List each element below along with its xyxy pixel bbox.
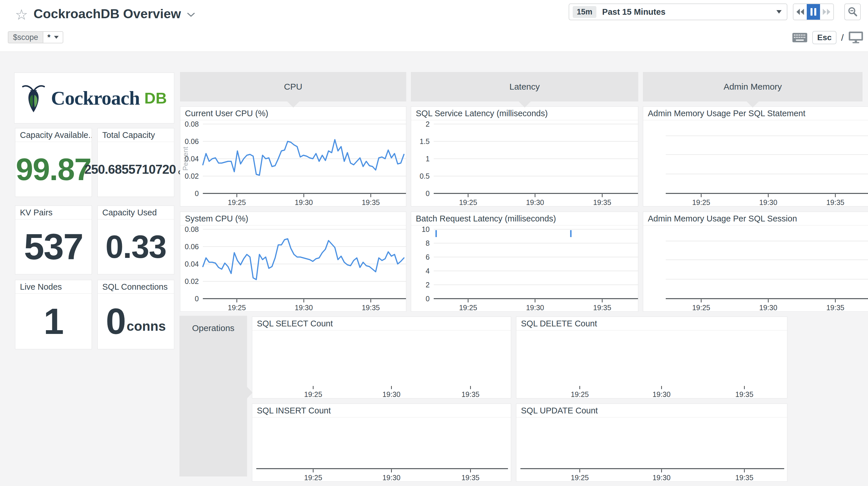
- chart-card-admin-memory-session: Admin Memory Usage Per SQL Session 19:25…: [643, 211, 868, 312]
- chart-title: SQL Service Latency (milliseconds): [411, 107, 638, 120]
- dropdown-caret-icon: [776, 10, 782, 13]
- group-label: Latency: [509, 82, 540, 92]
- svg-text:19:35: 19:35: [735, 390, 753, 398]
- svg-text:0.08: 0.08: [185, 120, 199, 128]
- scope-variable-chip[interactable]: $scope *: [8, 31, 63, 44]
- esc-key-badge: Esc: [812, 31, 837, 44]
- group-label: Operations: [192, 323, 235, 333]
- keyboard-icon: [792, 32, 808, 43]
- svg-text:19:35: 19:35: [593, 198, 612, 206]
- stat-title: SQL Connections: [98, 280, 174, 294]
- svg-text:0: 0: [195, 295, 199, 303]
- time-shift-controls: [793, 3, 834, 20]
- group-header-admin-memory[interactable]: Admin Memory: [643, 72, 863, 102]
- stat-card-capacity-used: Capacity Used 0.33: [97, 205, 174, 275]
- svg-text:1: 1: [426, 155, 430, 163]
- stat-card-total-capacity: Total Capacity 250.6855710720GB: [97, 128, 174, 197]
- chart-plot[interactable]: 024681019:2519:3019:35: [411, 225, 638, 311]
- svg-text:19:25: 19:25: [459, 304, 477, 311]
- svg-text:0.02: 0.02: [185, 277, 199, 285]
- svg-text:19:30: 19:30: [760, 198, 778, 206]
- svg-text:Percent: Percent: [182, 147, 189, 171]
- rewind-button[interactable]: [794, 4, 807, 20]
- stat-card-live-nodes: Live Nodes 1: [15, 280, 92, 349]
- svg-text:19:25: 19:25: [304, 474, 322, 481]
- time-range-selector[interactable]: 15m Past 15 Minutes: [569, 3, 787, 20]
- rewind-icon: [795, 7, 805, 16]
- logo-db-text: DB: [145, 89, 167, 107]
- stat-value: 99.87: [16, 151, 91, 187]
- svg-text:19:30: 19:30: [382, 390, 401, 398]
- favorite-star-icon[interactable]: ☆: [15, 7, 28, 22]
- svg-text:19:30: 19:30: [295, 304, 313, 311]
- svg-text:19:35: 19:35: [593, 304, 612, 311]
- stat-title: Capacity Used: [98, 206, 174, 220]
- chart-plot[interactable]: 00.020.040.060.0819:2519:3019:35Percent: [180, 120, 406, 206]
- svg-text:19:30: 19:30: [382, 474, 401, 481]
- svg-text:0.02: 0.02: [185, 172, 199, 180]
- page-title: CockroachDB Overview: [33, 6, 181, 21]
- chart-plot[interactable]: 19:2519:3019:35: [252, 417, 511, 481]
- chart-card-sql-update-count: SQL UPDATE Count 19:2519:3019:35: [516, 404, 787, 482]
- stat-value: 250.6855710720: [84, 162, 176, 177]
- zoom-out-button[interactable]: [844, 3, 861, 20]
- svg-text:19:30: 19:30: [295, 198, 313, 206]
- svg-text:19:30: 19:30: [526, 304, 544, 311]
- chart-plot[interactable]: 19:2519:3019:35: [516, 417, 787, 481]
- stat-title: KV Pairs: [15, 206, 92, 220]
- stat-card-sql-connections: SQL Connections 0conns: [97, 280, 174, 349]
- chart-title: Admin Memory Usage Per SQL Statement: [643, 107, 868, 120]
- time-range-label: Past 15 Minutes: [602, 7, 665, 17]
- stat-title: Live Nodes: [15, 280, 92, 294]
- chart-title: System CPU (%): [180, 212, 406, 226]
- svg-text:19:30: 19:30: [526, 198, 544, 206]
- svg-text:6: 6: [426, 253, 430, 261]
- scope-caret-icon: [54, 36, 59, 39]
- chart-title: SQL SELECT Count: [252, 317, 511, 331]
- group-header-cpu[interactable]: CPU: [180, 72, 406, 102]
- chart-plot[interactable]: 19:2519:3019:35: [516, 330, 787, 398]
- svg-text:19:25: 19:25: [228, 304, 246, 311]
- dashboard-page: ☆ CockroachDB Overview 15m Past 15 Minut…: [0, 0, 868, 486]
- svg-text:19:30: 19:30: [652, 390, 671, 398]
- chart-card-sql-delete-count: SQL DELETE Count 19:2519:3019:35: [516, 317, 787, 398]
- chart-title: Current User CPU (%): [180, 107, 406, 120]
- dashboard-title-menu[interactable]: CockroachDB Overview: [33, 6, 195, 21]
- logo-text: Cockroach: [51, 87, 140, 110]
- time-badge: 15m: [573, 6, 596, 18]
- group-header-latency[interactable]: Latency: [411, 72, 638, 102]
- svg-text:2: 2: [426, 281, 430, 289]
- scope-name: $scope: [8, 31, 43, 44]
- chart-title: Admin Memory Usage Per SQL Session: [643, 212, 868, 226]
- svg-text:19:35: 19:35: [362, 198, 380, 206]
- pause-button[interactable]: [807, 4, 820, 20]
- chart-card-system-cpu: System CPU (%) 00.020.040.060.0819:2519:…: [180, 211, 406, 312]
- svg-text:8: 8: [426, 239, 430, 247]
- chart-plot[interactable]: 19:2519:3019:35: [643, 225, 868, 311]
- cockroach-bug-icon: [21, 81, 45, 115]
- chart-title: SQL INSERT Count: [252, 404, 511, 418]
- chart-plot[interactable]: 00.020.040.060.0819:2519:3019:35: [180, 225, 406, 311]
- chart-plot[interactable]: 00.511.5219:2519:3019:35: [411, 120, 638, 206]
- chart-plot[interactable]: 19:2519:3019:35: [643, 120, 868, 206]
- chart-card-sql-service-latency: SQL Service Latency (milliseconds) 00.51…: [411, 106, 638, 206]
- svg-text:19:30: 19:30: [760, 304, 778, 311]
- fast-forward-button[interactable]: [820, 4, 833, 20]
- stat-card-capacity-available: Capacity Available... 99.87: [15, 128, 92, 197]
- stat-value: 0.33: [105, 228, 166, 265]
- group-label: CPU: [284, 82, 302, 92]
- group-header-operations[interactable]: Operations: [180, 316, 247, 477]
- scope-value: *: [48, 33, 51, 42]
- tv-screen-icon[interactable]: [848, 31, 863, 44]
- svg-text:19:25: 19:25: [692, 198, 710, 206]
- stat-unit: conns: [127, 318, 165, 334]
- stat-value: 1: [43, 301, 63, 342]
- svg-text:19:25: 19:25: [228, 198, 246, 206]
- chart-plot[interactable]: 19:2519:3019:35: [252, 330, 511, 398]
- svg-text:19:35: 19:35: [362, 304, 380, 311]
- stat-title: Capacity Available...: [15, 128, 92, 142]
- svg-text:19:25: 19:25: [571, 474, 589, 481]
- svg-text:19:30: 19:30: [652, 474, 671, 481]
- svg-text:19:25: 19:25: [571, 390, 589, 398]
- cockroach-logo: Cockroach DB: [14, 73, 174, 123]
